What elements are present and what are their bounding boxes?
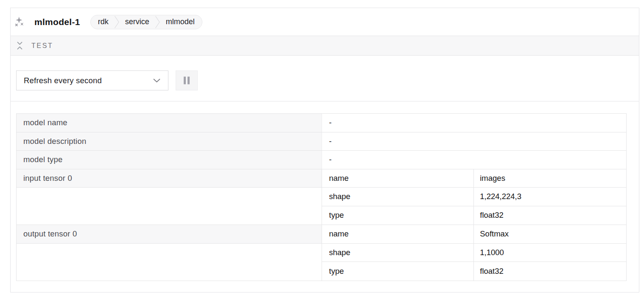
- tensor-field-row: name Softmax: [322, 225, 627, 244]
- table-label-cell: model type: [17, 151, 322, 169]
- table-row-model-type: model type -: [17, 151, 626, 169]
- tensor-key-cell: type: [322, 206, 474, 225]
- breadcrumb-item-mlmodel: mlmodel: [166, 17, 195, 26]
- chevron-right-separator-icon: [114, 15, 120, 29]
- table-row-model-name: model name -: [17, 114, 626, 132]
- tensor-field-row: shape 1,1000: [322, 244, 627, 262]
- tensor-value-cell: float32: [474, 206, 626, 225]
- table-value-cell: -: [322, 151, 627, 169]
- card-header: mlmodel-1 rdk service mlmodel: [11, 8, 639, 36]
- refresh-rate-select[interactable]: Refresh every second: [16, 70, 168, 90]
- tensor-key-cell: shape: [322, 188, 474, 206]
- breadcrumb: rdk service mlmodel: [90, 15, 202, 29]
- table-label-cell: model name: [17, 114, 322, 132]
- tensor-value-cell: Softmax: [474, 225, 626, 243]
- resource-card: mlmodel-1 rdk service mlmodel TEST Refre…: [10, 8, 639, 292]
- pause-button[interactable]: [176, 70, 198, 90]
- table-filler-cell: [17, 244, 322, 281]
- table-value-cell: -: [322, 114, 627, 132]
- refresh-controls: Refresh every second: [11, 56, 639, 101]
- table-label-cell: model description: [17, 132, 322, 151]
- table-value-cell: -: [322, 132, 627, 151]
- breadcrumb-item-service: service: [125, 17, 149, 26]
- pause-icon: [183, 76, 190, 84]
- tensor-value-cell: images: [474, 169, 626, 188]
- collapse-icon[interactable]: [16, 41, 23, 50]
- test-section-label: TEST: [31, 42, 53, 50]
- page-title: mlmodel-1: [34, 17, 80, 27]
- breadcrumb-item-rdk: rdk: [98, 17, 109, 26]
- refresh-rate-selected-option: Refresh every second: [24, 76, 102, 85]
- model-info-table: model name - model description - model t…: [16, 113, 627, 281]
- table-label-cell: output tensor 0: [17, 225, 322, 244]
- tensor-value-cell: float32: [474, 262, 626, 281]
- tensor-field-row: name images: [322, 169, 627, 188]
- chevron-right-separator-icon: [155, 15, 160, 29]
- tensor-field-row: shape 1,224,224,3: [322, 188, 627, 206]
- chevron-down-icon: [153, 79, 160, 83]
- table-group-input-tensor-0: input tensor 0 name images shape 1,224,2…: [17, 169, 626, 225]
- tensor-key-cell: name: [322, 225, 474, 243]
- tensor-field-row: type float32: [322, 262, 627, 281]
- tensor-field-row: type float32: [322, 206, 627, 225]
- ml-model-sparkles-icon: [14, 17, 25, 28]
- content-divider: [11, 101, 639, 101]
- tensor-key-cell: shape: [322, 244, 474, 262]
- tensor-value-cell: 1,1000: [474, 244, 626, 262]
- table-filler-cell: [17, 188, 322, 225]
- test-section-header[interactable]: TEST: [11, 36, 639, 56]
- tensor-key-cell: type: [322, 262, 474, 281]
- tensor-key-cell: name: [322, 169, 474, 188]
- table-row-model-description: model description -: [17, 132, 626, 151]
- table-label-cell: input tensor 0: [17, 169, 322, 188]
- table-group-output-tensor-0: output tensor 0 name Softmax shape 1,100…: [17, 225, 626, 281]
- tensor-value-cell: 1,224,224,3: [474, 188, 626, 206]
